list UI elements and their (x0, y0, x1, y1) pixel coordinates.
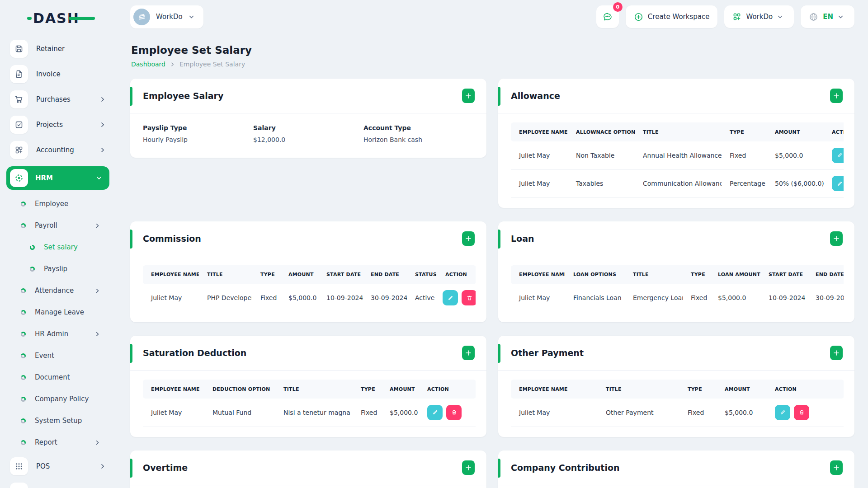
sidebar-item-label: Attendance (35, 286, 94, 295)
page-head: Employee Set Salary Dashboard Employee S… (131, 44, 854, 68)
hrm-hub-icon (10, 169, 28, 187)
sidebar-item-hr-admin[interactable]: HR Admin (21, 327, 103, 341)
cell-end-date: 30-09-2024 (807, 284, 844, 312)
add-company-contribution-button[interactable] (830, 460, 843, 475)
card-title: Overtime (143, 463, 188, 473)
sidebar-item-payroll[interactable]: Payroll (21, 219, 103, 232)
cards-grid: Employee Salary Payslip Type Hourly Pays… (130, 79, 854, 488)
cell-employee-name: Juliet May (511, 284, 565, 312)
delete-button[interactable] (446, 405, 462, 420)
delete-button[interactable] (794, 405, 809, 420)
chevron-down-icon (96, 175, 102, 181)
sidebar-item-employee[interactable]: Employee (21, 197, 103, 211)
pencil-icon (432, 409, 439, 416)
breadcrumb-dashboard-link[interactable]: Dashboard (131, 61, 165, 68)
sidebar-item-retainer[interactable]: Retainer (10, 40, 108, 58)
sidebar-item-accounting[interactable]: Accounting (10, 141, 108, 159)
sidebar-item-label: Accounting (36, 146, 99, 154)
sidebar-item-manage-leave[interactable]: Manage Leave (21, 305, 103, 319)
add-employee-salary-button[interactable] (462, 89, 475, 103)
field-label: Payslip Type (143, 124, 253, 131)
check-square-icon (10, 116, 28, 134)
salary-field: Account Type Horizon Bank cash (363, 124, 474, 143)
cell-employee-name: Juliet May (143, 399, 204, 427)
cell-start-date: 10-09-2024 (318, 284, 363, 312)
loan-table-wrap: Employee Name Loan Options Title Type Lo… (511, 265, 844, 313)
company-contribution-card: Company Contribution (498, 450, 854, 488)
sidebar-item-event[interactable]: Event (21, 349, 103, 362)
table-header-row: Employee Name Deduction Option Title Typ… (143, 380, 476, 399)
logo-accent-bar (69, 17, 95, 20)
invoice-icon (10, 65, 28, 83)
topbar-actions: 0 Create Workspace WorkDo (596, 5, 854, 28)
trash-icon (451, 409, 458, 416)
edit-button[interactable] (443, 290, 458, 305)
employee-salary-card: Employee Salary Payslip Type Hourly Pays… (130, 79, 486, 158)
sidebar-item-pos[interactable]: POS (10, 457, 108, 475)
workspace-selector[interactable]: WorkDo (130, 5, 203, 28)
saturation-table-wrap: Employee Name Deduction Option Title Typ… (143, 380, 476, 427)
edit-button[interactable] (832, 176, 844, 191)
card-title: Saturation Deduction (143, 348, 246, 358)
chevron-down-icon (838, 14, 844, 20)
app-root: DASH Retainer (0, 0, 868, 488)
column-header: Action (419, 380, 476, 399)
sidebar-item-system-setup[interactable]: System Setup (21, 414, 103, 427)
sidebar-item-attendance[interactable]: Attendance (21, 284, 103, 297)
saturation-deduction-card: Saturation Deduction Employee Name Deduc… (130, 336, 486, 437)
edit-button[interactable] (832, 148, 844, 163)
bullet-icon (21, 288, 26, 293)
create-workspace-button[interactable]: Create Workspace (626, 5, 718, 28)
column-header: Status (407, 265, 437, 284)
sidebar-item-projects[interactable]: Projects (10, 116, 108, 134)
loan-card: Loan Employee Name Loan Options Title Ty… (498, 221, 854, 323)
sidebar-item-payslip[interactable]: Payslip (30, 262, 103, 276)
sidebar-item-set-salary[interactable]: Set salary (30, 240, 103, 254)
chevron-down-icon (777, 14, 783, 20)
add-allowance-button[interactable] (830, 89, 843, 103)
other-payment-table: Employee Name Title Type Amount Action J… (511, 380, 844, 427)
cell-amount: 50% ($6,000.0) (767, 169, 824, 197)
column-header: Type (353, 380, 382, 399)
pencil-icon (836, 180, 843, 187)
cell-title: PHP Developer (199, 284, 252, 312)
brand-logo[interactable]: DASH (27, 10, 117, 26)
bullet-icon (21, 202, 26, 206)
add-commission-button[interactable] (462, 231, 475, 246)
column-header: Title (625, 265, 683, 284)
bullet-icon (30, 267, 35, 272)
sidebar-item-document[interactable]: Document (21, 371, 103, 384)
cell-title: Other Payment (598, 399, 679, 427)
sidebar-item-label: Event (35, 352, 103, 360)
messages-button[interactable]: 0 (596, 5, 619, 28)
add-other-payment-button[interactable] (830, 346, 843, 360)
commission-table-wrap: Employee Name Title Type Amount Start Da… (143, 265, 476, 313)
edit-button[interactable] (775, 405, 790, 420)
sidebar-item-hrm[interactable]: HRM (6, 166, 109, 190)
column-header: Employee Name (143, 380, 204, 399)
workdo-menu-button[interactable]: WorkDo (724, 5, 794, 28)
plus-icon (465, 465, 472, 471)
cell-type: Fixed (722, 141, 767, 169)
language-selector[interactable]: EN (801, 5, 854, 28)
sidebar-item-purchases[interactable]: Purchases (10, 90, 108, 108)
bullet-icon (21, 397, 26, 402)
add-loan-button[interactable] (830, 231, 843, 246)
add-saturation-deduction-button[interactable] (462, 346, 475, 360)
plus-icon (833, 465, 840, 471)
chevron-right-icon (94, 331, 100, 337)
pencil-icon (447, 295, 454, 301)
cell-type: Fixed (683, 284, 710, 312)
sidebar-item-report[interactable]: Report (21, 436, 103, 449)
sidebar-item-crm[interactable]: CRM (10, 483, 108, 488)
table-header-row: Employee Name Allownace Option Title Typ… (511, 122, 844, 141)
sidebar-item-company-policy[interactable]: Company Policy (21, 392, 103, 406)
overtime-card: Overtime (130, 450, 486, 488)
add-overtime-button[interactable] (462, 460, 475, 475)
column-header: Amount (382, 380, 419, 399)
allowance-table: Employee Name Allownace Option Title Typ… (511, 122, 844, 198)
delete-button[interactable] (462, 290, 476, 305)
edit-button[interactable] (427, 405, 443, 420)
sidebar-item-invoice[interactable]: Invoice (10, 65, 108, 83)
sidebar-nav: Retainer Invoice Purch (0, 40, 117, 488)
